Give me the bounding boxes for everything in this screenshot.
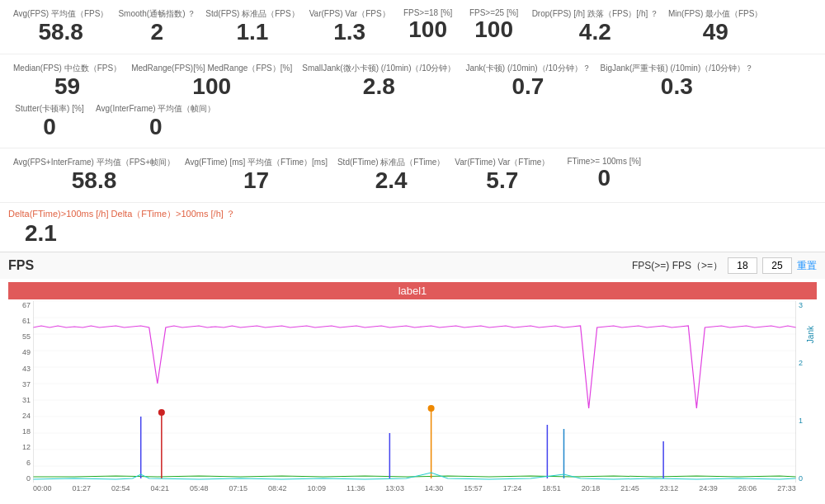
metrics-row1: Avg(FPS) 平均值（FPS） 58.8 Smooth(通畅指数) ？ 2 … [0, 0, 825, 54]
jank-y-label: Jank [806, 326, 815, 343]
chart-area: label1 67 61 55 49 43 37 31 24 18 12 6 0… [0, 279, 825, 504]
reset-button[interactable]: 重置 [797, 259, 817, 273]
metric-fps-ge-25: FPS>=25 [%] 100 [461, 7, 527, 45]
svg-rect-0 [33, 301, 796, 483]
metric-avg-ftime: Avg(FTime) [ms] 平均值（FTime）[ms] 17 [180, 155, 332, 195]
metrics-row1-container: Avg(FPS) 平均值（FPS） 58.8 Smooth(通畅指数) ？ 2 … [8, 7, 817, 47]
metrics-row2: Median(FPS) 中位数（FPS） 59 MedRange(FPS)[%]… [0, 54, 825, 149]
fps-header: FPS FPS(>=) FPS（>=） 重置 [0, 252, 825, 279]
metric-smooth: Smooth(通畅指数) ？ 2 [113, 7, 200, 47]
metric-avg-fps-interframe: Avg(FPS+InterFrame) 平均值（FPS+帧间） 58.8 [8, 155, 180, 195]
delta-section: Delta(FTime)>100ms [/h] Delta（FTime）>100… [0, 203, 825, 252]
metrics-row2-container: Median(FPS) 中位数（FPS） 59 MedRange(FPS)[%]… [8, 61, 817, 142]
metric-var-ftime: Var(FTime) Var（FTime） 5.7 [450, 155, 554, 195]
chart-svg [33, 301, 796, 483]
x-axis: 00:00 01:27 02:54 04:21 05:48 07:15 08:4… [33, 484, 796, 492]
fps-title: FPS [8, 258, 34, 273]
metrics-row3-container: Avg(FPS+InterFrame) 平均值（FPS+帧间） 58.8 Avg… [8, 155, 817, 195]
chart-label-bar: label1 [8, 282, 817, 299]
metric-drop-fps: Drop(FPS) [/h] 跌落（FPS）[/h] ？ 4.2 [527, 7, 663, 47]
metric-stutter: Stutter(卡顿率) [%] 0 [8, 101, 91, 142]
metric-avg-fps: Avg(FPS) 平均值（FPS） 58.8 [8, 7, 113, 47]
metric-min-fps: Min(FPS) 最小值（FPS） 49 [663, 7, 767, 47]
metric-small-jank: SmallJank(微小卡顿) (/10min)（/10分钟） 2.8 [297, 61, 460, 101]
fps-ge-input2[interactable] [762, 257, 792, 274]
metric-fps-ge-18: FPS>=18 [%] 100 [395, 7, 461, 45]
fps-ge-label: FPS(>=) FPS（>=） [632, 259, 723, 273]
metric-median-fps: Median(FPS) 中位数（FPS） 59 [8, 61, 126, 101]
metric-avg-interframe: Avg(InterFrame) 平均值（帧间） 0 [91, 101, 220, 142]
metric-big-jank: BigJank(严重卡顿) (/10min)（/10分钟）？ 0.3 [596, 61, 759, 101]
metric-medrange: MedRange(FPS)[%] MedRange（FPS）[%] 100 [126, 61, 297, 101]
chart-wrapper: 67 61 55 49 43 37 31 24 18 12 6 0 3 2 1 … [8, 301, 817, 503]
svg-point-18 [428, 405, 435, 412]
svg-point-20 [158, 409, 165, 416]
metric-ftime-ge-100: FTime>= 100ms [%] 0 [554, 155, 653, 193]
metric-jank: Jank(卡顿) (/10min)（/10分钟）？ 0.7 [460, 61, 595, 101]
metric-var-fps: Var(FPS) Var（FPS） 1.3 [304, 7, 395, 47]
y-axis-left: 67 61 55 49 43 37 31 24 18 12 6 0 [8, 301, 33, 483]
metric-std-ftime: Std(FTime) 标准品（FTime） 2.4 [332, 155, 450, 195]
metrics-row3: Avg(FPS+InterFrame) 平均值（FPS+帧间） 58.8 Avg… [0, 148, 825, 203]
fps-ge-input1[interactable] [728, 257, 757, 274]
fps-controls: FPS(>=) FPS（>=） 重置 [632, 257, 817, 274]
metric-std-fps: Std(FPS) 标准品（FPS） 1.1 [200, 7, 304, 47]
